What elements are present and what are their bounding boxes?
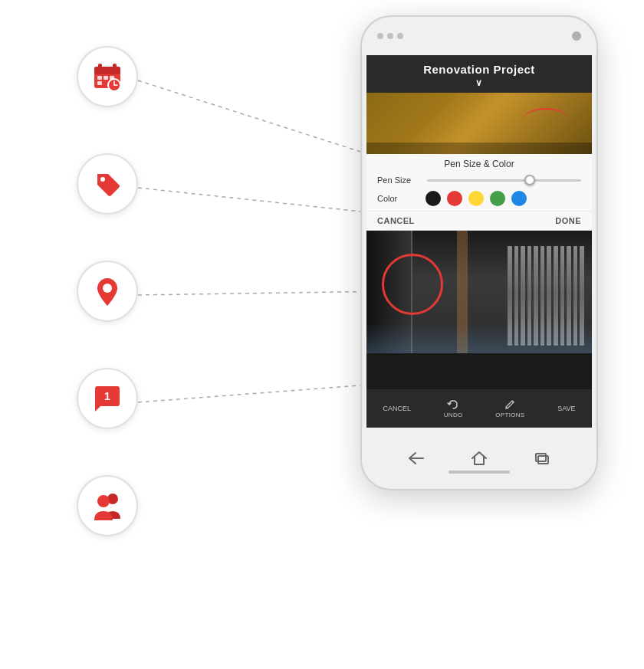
- phone-camera: [572, 31, 581, 41]
- pen-size-slider[interactable]: [427, 179, 581, 182]
- svg-rect-22: [538, 456, 548, 464]
- pen-panel-title: Pen Size & Color: [366, 154, 592, 172]
- pen-cancel-button[interactable]: CANCEL: [377, 216, 415, 225]
- svg-rect-9: [104, 76, 108, 80]
- toolbar-options-label: OPTIONS: [495, 412, 524, 418]
- comment-icon: 1: [91, 382, 123, 415]
- location-icon-circle[interactable]: [77, 261, 138, 322]
- nav-recents-button[interactable]: [531, 448, 553, 469]
- recents-icon: [534, 451, 550, 466]
- phone-screen: Renovation Project ∨ Pen Size & Color Pe…: [366, 55, 592, 428]
- phone-mockup: Renovation Project ∨ Pen Size & Color Pe…: [360, 15, 598, 490]
- svg-rect-21: [536, 454, 546, 461]
- color-red[interactable]: [447, 191, 462, 206]
- annotation-curve: [523, 108, 569, 131]
- svg-line-3: [138, 383, 389, 402]
- phone-nav-bar: [362, 428, 596, 489]
- toolbar-cancel[interactable]: CANCEL: [383, 405, 411, 412]
- undo-icon: [447, 399, 459, 410]
- svg-rect-8: [97, 76, 102, 80]
- app-toolbar: CANCEL UNDO OPTIONS: [366, 389, 592, 428]
- bottom-photo: [366, 231, 592, 353]
- svg-rect-7: [113, 64, 117, 70]
- svg-point-17: [103, 284, 112, 293]
- back-icon: [408, 451, 425, 466]
- color-yellow[interactable]: [468, 191, 484, 206]
- color-swatches: [426, 191, 527, 206]
- red-circle-annotation: [382, 254, 443, 315]
- toolbar-options[interactable]: OPTIONS: [495, 399, 524, 418]
- app-title: Renovation Project: [423, 63, 535, 76]
- svg-rect-11: [97, 81, 102, 85]
- app-header: Renovation Project ∨: [366, 55, 592, 93]
- toolbar-save[interactable]: SAVE: [557, 405, 575, 412]
- team-icon: [91, 490, 123, 522]
- nav-home-button[interactable]: [468, 448, 490, 469]
- pen-actions: CANCEL DONE: [366, 211, 592, 230]
- toolbar-undo-label: UNDO: [444, 412, 463, 418]
- svg-point-16: [100, 177, 105, 182]
- svg-line-2: [138, 291, 389, 295]
- svg-line-0: [138, 80, 389, 161]
- color-green[interactable]: [490, 191, 505, 206]
- color-black[interactable]: [426, 191, 441, 206]
- pen-done-button[interactable]: DONE: [555, 216, 581, 225]
- svg-line-1: [138, 188, 389, 215]
- pen-size-label: Pen Size: [377, 175, 419, 185]
- tag-icon-circle[interactable]: [77, 153, 138, 215]
- phone-bottom-indicator: [449, 471, 510, 474]
- phone-status-bar: [362, 17, 596, 55]
- location-icon: [91, 275, 123, 307]
- pen-size-row: Pen Size: [366, 172, 592, 188]
- pen-color-label: Color: [377, 194, 419, 203]
- toolbar-undo[interactable]: UNDO: [444, 399, 463, 418]
- schedule-icon-circle[interactable]: [77, 46, 138, 107]
- nav-back-button[interactable]: [406, 448, 427, 469]
- tag-icon: [91, 168, 123, 200]
- schedule-icon: [91, 61, 123, 93]
- team-icon-circle[interactable]: [77, 475, 138, 536]
- toolbar-cancel-label: CANCEL: [383, 405, 411, 412]
- svg-rect-6: [98, 64, 102, 70]
- home-icon: [471, 451, 488, 466]
- svg-point-20: [97, 495, 110, 507]
- toolbar-save-label: SAVE: [557, 405, 575, 412]
- color-blue[interactable]: [511, 191, 527, 206]
- svg-text:1: 1: [104, 390, 110, 402]
- pencil-icon: [504, 399, 515, 410]
- chevron-icon: ∨: [366, 77, 592, 88]
- comment-icon-circle[interactable]: 1: [77, 368, 138, 429]
- top-photo: [366, 93, 592, 154]
- pen-color-row: Color: [366, 188, 592, 211]
- pen-slider-thumb: [524, 175, 535, 185]
- pen-panel: Pen Size & Color Pen Size Color: [366, 154, 592, 231]
